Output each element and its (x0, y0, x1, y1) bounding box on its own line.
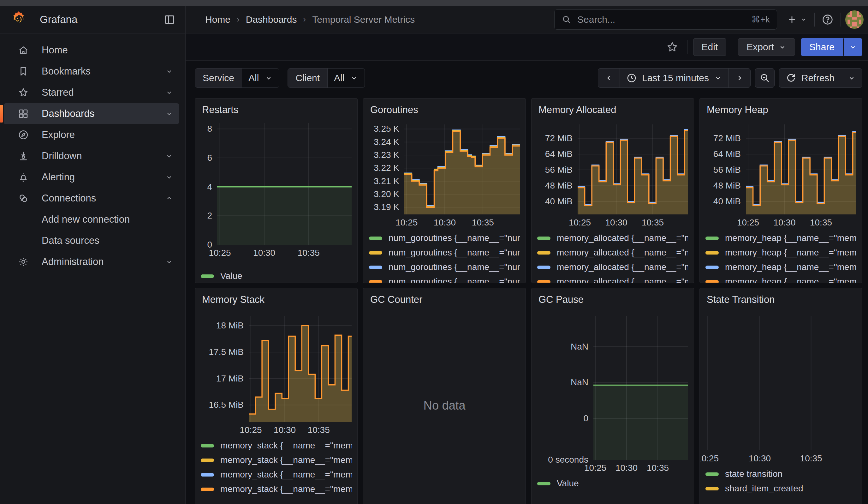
time-shift-forward-button[interactable] (729, 69, 750, 88)
x-axis-labels: 10:2510:3010:35 (705, 450, 856, 464)
sidebar-item-label: Alerting (42, 172, 75, 183)
memory-stack-chart: 18 MiB17.5 MiB17 MiB16.5 MiB10:2510:3010… (201, 316, 352, 436)
breadcrumb-dashboards[interactable]: Dashboards (246, 14, 297, 25)
sidebar-item-add-new-connection[interactable]: Add new connection (4, 209, 179, 230)
legend-item[interactable]: memory_allocated {__name__="memo (537, 248, 688, 258)
plot-area[interactable] (404, 124, 520, 214)
sidebar-item-dashboards[interactable]: Dashboards (4, 103, 179, 124)
panel-title[interactable]: Memory Stack (202, 294, 352, 307)
sidebar-item-connections[interactable]: Connections (4, 188, 179, 209)
legend-item[interactable]: shard_item_created (705, 483, 856, 494)
plot-area[interactable] (249, 316, 352, 422)
sidebar-item-data-sources[interactable]: Data sources (4, 230, 179, 251)
plot-area[interactable] (578, 124, 688, 214)
breadcrumb-home[interactable]: Home (205, 14, 230, 25)
client-filter-value[interactable]: All (327, 69, 364, 88)
legend-item[interactable]: memory_stack {__name__="memory_s (201, 470, 352, 480)
panel-title[interactable]: State Transition (707, 294, 856, 307)
legend-item[interactable]: num_goroutines {__name__="num_go (369, 262, 520, 272)
plot-area[interactable] (217, 123, 352, 245)
sidebar-item-alerting[interactable]: Alerting (4, 167, 179, 187)
panel-title[interactable]: GC Pause (538, 294, 688, 307)
sidebar-item-bookmarks[interactable]: Bookmarks (4, 61, 179, 82)
legend-swatch (369, 237, 382, 240)
sidebar-item-administration[interactable]: Administration (4, 251, 179, 272)
legend-item[interactable]: state transition (705, 469, 856, 479)
panel-title[interactable]: Memory Heap (707, 104, 856, 116)
compass-icon (18, 129, 29, 141)
sidebar-item-home[interactable]: Home (4, 40, 179, 61)
x-tick-label: 10:30 (616, 463, 638, 473)
time-zoom-out-button[interactable] (755, 68, 775, 88)
legend-item[interactable]: num_goroutines {__name__="num_go (369, 233, 520, 243)
y-tick-label: 3.23 K (374, 150, 399, 160)
refresh-icon (786, 73, 796, 83)
legend-swatch (537, 251, 550, 255)
sidebar-toggle-button[interactable] (161, 11, 178, 28)
legend-item[interactable]: memory_stack {__name__="memory_s (201, 484, 352, 494)
plot-area[interactable] (593, 316, 688, 460)
legend: memory_allocated {__name__="memomemory_a… (537, 229, 688, 283)
add-new-button[interactable] (784, 12, 810, 28)
sidebar-item-drilldown[interactable]: Drilldown (4, 146, 179, 166)
time-range-picker[interactable]: Last 15 minutes (620, 69, 729, 88)
client-filter[interactable]: Client All (288, 68, 365, 88)
legend: num_goroutines {__name__="num_gonum_goro… (369, 229, 520, 283)
legend-item[interactable]: Value (201, 271, 352, 281)
sidebar-item-label: Bookmarks (42, 66, 91, 77)
panel-memory-allocated: Memory Allocated 72 MiB64 MiB56 MiB48 Mi… (531, 98, 694, 283)
share-dropdown-button[interactable] (843, 38, 862, 56)
sidebar: Home Bookmarks Starred Dashboards Explor… (0, 33, 186, 504)
legend-swatch (705, 266, 719, 269)
legend-item[interactable]: memory_heap {__name__="memory_h (705, 248, 856, 258)
legend-item[interactable]: Value (537, 479, 688, 488)
legend-item[interactable]: memory_heap {__name__="memory_h (705, 262, 856, 272)
legend-swatch (537, 237, 550, 240)
legend-item[interactable]: memory_heap {__name__="memory_h (705, 233, 856, 243)
x-tick-label: 10:35 (800, 453, 822, 464)
y-tick-label: NaN (571, 377, 588, 388)
refresh-interval-button[interactable] (841, 69, 862, 88)
search-input[interactable] (577, 14, 746, 25)
bell-icon (18, 172, 29, 183)
legend-label: memory_stack {__name__="memory_s (220, 441, 352, 451)
panel-title[interactable]: Restarts (202, 104, 352, 116)
edit-button[interactable]: Edit (693, 38, 726, 56)
service-filter-value[interactable]: All (242, 69, 279, 88)
share-button[interactable]: Share (801, 38, 843, 56)
time-shift-back-button[interactable] (598, 69, 620, 88)
search-box[interactable]: ⌘+k (554, 10, 777, 30)
legend-item[interactable]: memory_allocated {__name__="memo (537, 262, 688, 272)
restarts-chart: 8642010:2510:3010:35 (201, 123, 352, 259)
export-button[interactable]: Export (738, 38, 795, 56)
refresh-button[interactable]: Refresh (779, 69, 841, 88)
y-tick-label: 40 MiB (545, 196, 572, 207)
panel-title[interactable]: GC Counter (370, 294, 520, 307)
service-filter[interactable]: Service All (195, 68, 279, 88)
plot-area[interactable] (746, 124, 856, 214)
favorite-button[interactable] (663, 38, 681, 56)
help-button[interactable] (819, 11, 836, 28)
sidebar-item-label: Connections (42, 193, 96, 204)
y-tick-label: 0 (583, 413, 588, 423)
legend-item[interactable]: memory_stack {__name__="memory_s (201, 441, 352, 451)
sidebar-item-starred[interactable]: Starred (4, 82, 179, 103)
panel-title[interactable]: Memory Allocated (538, 104, 688, 116)
time-controls: Last 15 minutes (598, 68, 862, 88)
legend-item[interactable]: memory_allocated {__name__="memo (537, 277, 688, 283)
plot-area[interactable] (705, 316, 856, 450)
legend-item[interactable]: num_goroutines {__name__="num_go (369, 277, 520, 283)
legend-item[interactable]: memory_allocated {__name__="memo (537, 233, 688, 243)
panel-title[interactable]: Goroutines (370, 104, 520, 116)
legend-label: num_goroutines {__name__="num_go (389, 262, 520, 272)
x-tick-label: 10:25 (569, 218, 591, 228)
legend-item[interactable]: memory_heap {__name__="memory_h (705, 277, 856, 283)
legend-item[interactable]: memory_stack {__name__="memory_s (201, 455, 352, 465)
sidebar-item-label: Explore (42, 129, 75, 141)
legend-item[interactable]: num_goroutines {__name__="num_go (369, 248, 520, 258)
legend-swatch (537, 280, 550, 283)
sidebar-item-explore[interactable]: Explore (4, 124, 179, 145)
chevron-down-icon (350, 74, 358, 82)
avatar[interactable] (845, 10, 864, 29)
service-filter-label: Service (195, 69, 242, 88)
